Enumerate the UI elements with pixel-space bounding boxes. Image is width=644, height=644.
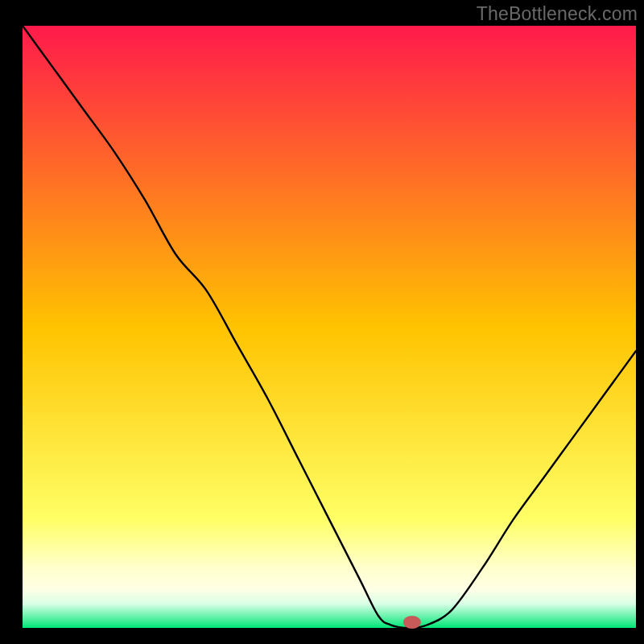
plot-background xyxy=(23,26,636,628)
optimum-marker xyxy=(403,616,421,629)
watermark-text: TheBottleneck.com xyxy=(477,3,638,25)
bottleneck-chart xyxy=(0,0,644,644)
chart-stage: TheBottleneck.com xyxy=(0,0,644,644)
